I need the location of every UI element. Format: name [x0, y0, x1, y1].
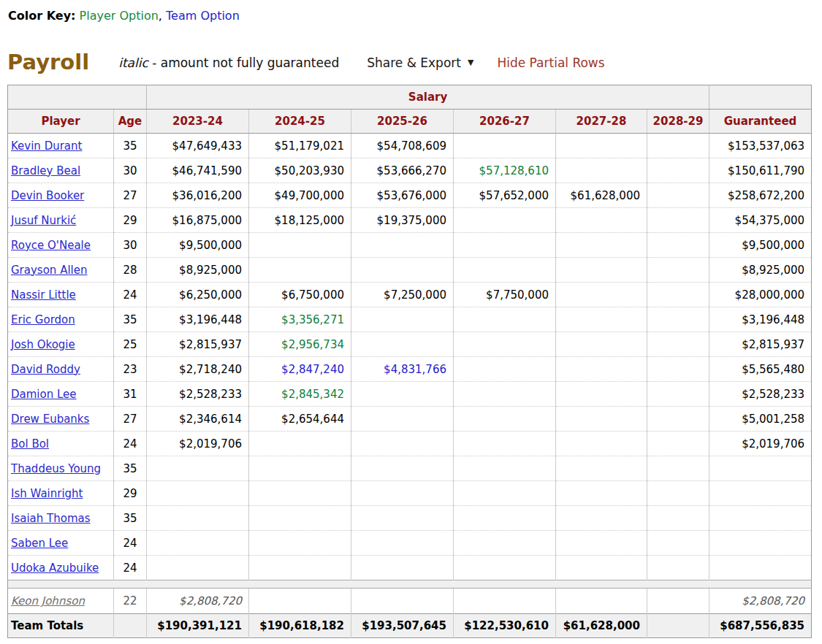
salary-cell-2023-24: $2,815,937 — [147, 332, 249, 357]
age-cell: 24 — [114, 531, 147, 556]
total-2027-28: $61,628,000 — [556, 614, 647, 638]
color-key-player-option: Player Option — [80, 9, 159, 23]
player-link[interactable]: Bol Bol — [11, 437, 49, 451]
column-header-2027-28: 2027-28 — [556, 110, 647, 134]
guaranteed-cell — [709, 531, 812, 556]
player-link[interactable]: Udoka Azubuike — [11, 561, 99, 575]
salary-cell-2027-28 — [556, 589, 647, 614]
partial-separator-row — [8, 580, 812, 589]
player-link[interactable]: Nassir Little — [11, 288, 76, 302]
age-cell: 35 — [114, 134, 147, 158]
salary-cell-2028-29 — [647, 531, 709, 556]
player-link[interactable]: Jusuf Nurkić — [11, 214, 76, 227]
salary-cell-2026-27 — [454, 481, 556, 506]
player-row: Damion Lee31$2,528,233$2,845,342$2,528,2… — [8, 382, 812, 407]
salary-cell-2028-29 — [647, 134, 709, 158]
salary-cell-2027-28 — [556, 258, 647, 283]
guaranteed-cell — [709, 506, 812, 531]
hide-partial-rows-link[interactable]: Hide Partial Rows — [497, 55, 604, 70]
player-link[interactable]: Drew Eubanks — [11, 413, 89, 426]
guaranteed-cell: $5,001,258 — [709, 407, 812, 432]
player-row: Thaddeus Young35 — [8, 456, 812, 481]
salary-cell-2024-25: $2,956,734 — [249, 332, 351, 357]
player-row: Bol Bol24$2,019,706$2,019,706 — [8, 432, 812, 456]
salary-cell-2024-25 — [249, 432, 351, 456]
player-link[interactable]: Eric Gordon — [11, 313, 75, 326]
player-link[interactable]: Devin Booker — [11, 189, 84, 202]
color-key-label: Color Key: — [8, 9, 75, 23]
color-key-team-option: Team Option — [166, 9, 240, 23]
salary-cell-2028-29 — [647, 233, 709, 258]
salary-cell-2025-26 — [351, 432, 454, 456]
player-link[interactable]: Thaddeus Young — [11, 462, 101, 475]
salary-cell-2028-29 — [647, 456, 709, 481]
salary-cell-2024-25: $3,356,271 — [249, 307, 351, 332]
player-cell: Eric Gordon — [8, 307, 114, 332]
player-cell: Keon Johnson — [8, 589, 114, 614]
guaranteed-cell: $2,808,720 — [709, 589, 812, 614]
guarantee-note-italic-word: italic — [118, 55, 148, 70]
salary-cell-2024-25 — [249, 258, 351, 283]
salary-cell-2025-26 — [351, 506, 454, 531]
salary-cell-2025-26 — [351, 332, 454, 357]
age-cell: 22 — [114, 589, 147, 614]
salary-cell-2026-27 — [454, 233, 556, 258]
salary-cell-2025-26 — [351, 407, 454, 432]
salary-cell-2023-24: $8,925,000 — [147, 258, 249, 283]
salary-cell-2028-29 — [647, 432, 709, 456]
salary-cell-2025-26 — [351, 307, 454, 332]
salary-cell-2023-24 — [147, 506, 249, 531]
salary-cell-2023-24: $2,808,720 — [147, 589, 249, 614]
player-link[interactable]: Royce O'Neale — [11, 239, 91, 252]
salary-cell-2027-28 — [556, 307, 647, 332]
player-link[interactable]: Kevin Durant — [11, 139, 82, 153]
player-link[interactable]: David Roddy — [11, 363, 80, 376]
salary-cell-2024-25 — [249, 556, 351, 580]
age-cell: 25 — [114, 332, 147, 357]
player-cell: Udoka Azubuike — [8, 556, 114, 580]
salary-cell-2025-26: $7,250,000 — [351, 283, 454, 307]
salary-cell-2028-29 — [647, 506, 709, 531]
salary-cell-2028-29 — [647, 589, 709, 614]
player-link[interactable]: Grayson Allen — [11, 264, 87, 277]
guaranteed-cell: $28,000,000 — [709, 283, 812, 307]
total-2024-25: $190,618,182 — [249, 614, 351, 638]
salary-cell-2027-28 — [556, 283, 647, 307]
share-export-button[interactable]: Share & Export ▼ — [367, 55, 473, 70]
player-link[interactable]: Bradley Beal — [11, 164, 80, 177]
salary-cell-2026-27 — [454, 589, 556, 614]
salary-cell-2028-29 — [647, 332, 709, 357]
salary-cell-2023-24: $2,528,233 — [147, 382, 249, 407]
player-cell: Bol Bol — [8, 432, 114, 456]
player-row: Isaiah Thomas35 — [8, 506, 812, 531]
salary-cell-2023-24: $3,196,448 — [147, 307, 249, 332]
age-cell: 24 — [114, 556, 147, 580]
partial-separator — [8, 580, 812, 589]
player-link[interactable]: Keon Johnson — [11, 594, 85, 607]
player-link[interactable]: Saben Lee — [11, 537, 68, 550]
player-link[interactable]: Ish Wainright — [11, 487, 83, 500]
salary-cell-2026-27: $57,652,000 — [454, 183, 556, 208]
player-link[interactable]: Isaiah Thomas — [11, 512, 91, 525]
guaranteed-cell: $9,500,000 — [709, 233, 812, 258]
player-cell: Jusuf Nurkić — [8, 208, 114, 233]
guaranteed-cell — [709, 456, 812, 481]
salary-cell-2024-25 — [249, 531, 351, 556]
player-cell: Devin Booker — [8, 183, 114, 208]
player-cell: Josh Okogie — [8, 332, 114, 357]
guaranteed-cell: $5,565,480 — [709, 357, 812, 382]
player-row: Ish Wainright29 — [8, 481, 812, 506]
salary-cell-2027-28 — [556, 158, 647, 183]
age-cell: 24 — [114, 283, 147, 307]
player-link[interactable]: Josh Okogie — [11, 338, 75, 351]
salary-cell-2023-24: $6,250,000 — [147, 283, 249, 307]
salary-cell-2023-24 — [147, 481, 249, 506]
salary-group-header: Salary — [147, 85, 709, 110]
player-row: Bradley Beal30$46,741,590$50,203,930$53,… — [8, 158, 812, 183]
salary-cell-2025-26 — [351, 556, 454, 580]
column-header-player: Player — [8, 110, 114, 134]
total-2028-29 — [647, 614, 709, 638]
salary-cell-2025-26 — [351, 481, 454, 506]
player-link[interactable]: Damion Lee — [11, 388, 77, 401]
salary-cell-2027-28: $61,628,000 — [556, 183, 647, 208]
